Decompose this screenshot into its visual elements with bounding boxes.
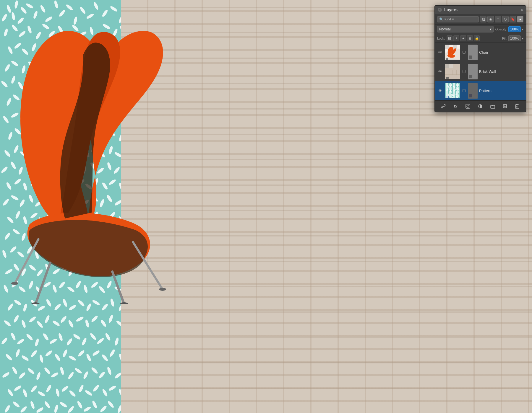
- fill-control: Fill: 100% ▾: [502, 35, 523, 41]
- svg-rect-445: [445, 64, 449, 68]
- svg-rect-422: [414, 124, 446, 141]
- lock-move-btn[interactable]: ✦: [460, 35, 466, 41]
- collapse-button[interactable]: «: [521, 8, 523, 12]
- new-group-btn[interactable]: [489, 103, 496, 110]
- svg-rect-443: [469, 55, 472, 59]
- svg-rect-472: [446, 96, 449, 98]
- svg-point-469: [446, 96, 449, 98]
- layer-item-pattern[interactable]: 👁: [435, 81, 526, 100]
- svg-point-467: [451, 94, 454, 97]
- filter-image-btn[interactable]: 🖼: [480, 16, 486, 22]
- filter-bar: 🔍 Kind ▾ 🖼 ◉ T ⬡ 🔖 ●: [435, 14, 526, 25]
- link-layers-btn[interactable]: [440, 103, 447, 110]
- svg-rect-436: [453, 45, 457, 49]
- svg-point-461: [456, 84, 459, 87]
- svg-line-425: [35, 263, 50, 304]
- layer-thumbnail-pattern: [445, 83, 460, 98]
- opacity-label: Opacity:: [495, 27, 507, 31]
- fill-dropdown-arrow[interactable]: ▾: [522, 37, 523, 40]
- svg-rect-421: [284, 177, 316, 194]
- svg-line-427: [15, 239, 38, 283]
- layer-chain-brick: [462, 64, 466, 79]
- svg-rect-441: [446, 58, 447, 59]
- layer-visibility-chair[interactable]: 👁: [437, 50, 443, 55]
- chair-illustration: [0, 18, 231, 304]
- svg-point-466: [447, 93, 450, 96]
- svg-rect-456: [469, 75, 472, 78]
- svg-rect-457: [445, 83, 460, 98]
- close-button[interactable]: ×: [438, 8, 442, 12]
- filter-type-btn[interactable]: T: [495, 16, 501, 22]
- layer-name-chair: Chair: [479, 50, 523, 55]
- layer-thumbnail-chair: [445, 45, 460, 60]
- delete-layer-btn[interactable]: [514, 103, 521, 110]
- svg-rect-454: [446, 77, 449, 79]
- svg-rect-474: [469, 94, 472, 97]
- svg-rect-437: [457, 45, 460, 49]
- svg-point-468: [455, 92, 457, 96]
- svg-point-429: [31, 302, 40, 304]
- layer-chain-chair: [462, 45, 466, 60]
- layer-thumbnail-brick: [445, 64, 460, 79]
- new-layer-btn[interactable]: [501, 103, 508, 110]
- layers-toolbar: fx: [435, 100, 526, 112]
- lock-transparency-btn[interactable]: ⊡: [447, 35, 452, 41]
- svg-point-458: [447, 85, 449, 88]
- layer-visibility-pattern[interactable]: 👁: [437, 88, 443, 93]
- add-style-btn[interactable]: fx: [452, 103, 459, 110]
- svg-rect-418: [251, 106, 283, 123]
- layer-chain-pattern: [462, 83, 466, 98]
- svg-line-426: [112, 272, 124, 304]
- lock-label: Lock:: [437, 37, 445, 40]
- svg-rect-423: [316, 213, 348, 230]
- blend-mode-value: Normal: [439, 27, 451, 31]
- layer-mask-pattern: [468, 83, 477, 98]
- svg-rect-475: [466, 104, 470, 108]
- svg-point-432: [159, 288, 166, 291]
- add-mask-btn[interactable]: [464, 103, 471, 110]
- layer-name-pattern: Pattern: [479, 89, 523, 93]
- panel-title: Layers: [444, 7, 521, 12]
- search-icon: 🔍: [439, 17, 443, 21]
- filter-adjustment-btn[interactable]: ◉: [487, 16, 494, 22]
- kind-filter-dropdown[interactable]: 🔍 Kind ▾: [437, 16, 479, 22]
- layer-name-brick: Brick Wall: [479, 69, 523, 74]
- lock-all-btn[interactable]: 🔒: [474, 35, 480, 41]
- layer-mask-chair: [468, 45, 477, 60]
- svg-rect-482: [515, 105, 519, 108]
- opacity-control: Opacity: 100% ▾: [495, 26, 523, 32]
- svg-point-464: [453, 89, 456, 92]
- lock-buttons: ⊡ / ✦ ⊞ 🔒: [447, 35, 480, 41]
- layer-item-brick-wall[interactable]: 👁: [435, 62, 526, 81]
- lock-artboard-btn[interactable]: ⊞: [467, 35, 473, 41]
- svg-rect-434: [445, 45, 449, 49]
- svg-point-476: [467, 105, 469, 107]
- filter-smart-btn[interactable]: 🔖: [510, 16, 516, 22]
- layer-item-chair[interactable]: 👁: [435, 43, 526, 62]
- opacity-value[interactable]: 100%: [508, 26, 521, 32]
- fill-value[interactable]: 100%: [508, 35, 521, 41]
- filter-icon-buttons: 🖼 ◉ T ⬡ 🔖 ●: [480, 16, 523, 22]
- svg-point-460: [452, 85, 455, 88]
- blend-mode-arrow: ▾: [490, 27, 492, 31]
- kind-label: Kind: [445, 17, 451, 21]
- svg-point-431: [11, 282, 18, 285]
- svg-point-470: [450, 97, 453, 98]
- svg-point-465: [457, 88, 459, 91]
- add-adjustment-btn[interactable]: [477, 103, 484, 110]
- svg-point-462: [446, 88, 449, 91]
- svg-point-471: [455, 96, 458, 98]
- filter-shape-btn[interactable]: ⬡: [502, 16, 509, 22]
- svg-point-430: [120, 302, 128, 304]
- kind-dropdown-arrow: ▾: [452, 17, 454, 21]
- blend-mode-dropdown[interactable]: Normal ▾: [437, 26, 494, 32]
- lock-paint-btn[interactable]: /: [453, 35, 459, 41]
- opacity-dropdown-arrow[interactable]: ▾: [522, 28, 523, 31]
- filter-toggle-btn[interactable]: ●: [517, 16, 523, 22]
- blend-opacity-row: Normal ▾ Opacity: 100% ▾: [435, 25, 526, 34]
- fill-label: Fill:: [502, 37, 507, 40]
- svg-point-459: [450, 84, 452, 87]
- layer-visibility-brick[interactable]: 👁: [437, 69, 443, 74]
- lock-fill-row: Lock: ⊡ / ✦ ⊞ 🔒 Fill: 100% ▾: [435, 34, 526, 43]
- layers-title-bar: × Layers «: [435, 6, 526, 14]
